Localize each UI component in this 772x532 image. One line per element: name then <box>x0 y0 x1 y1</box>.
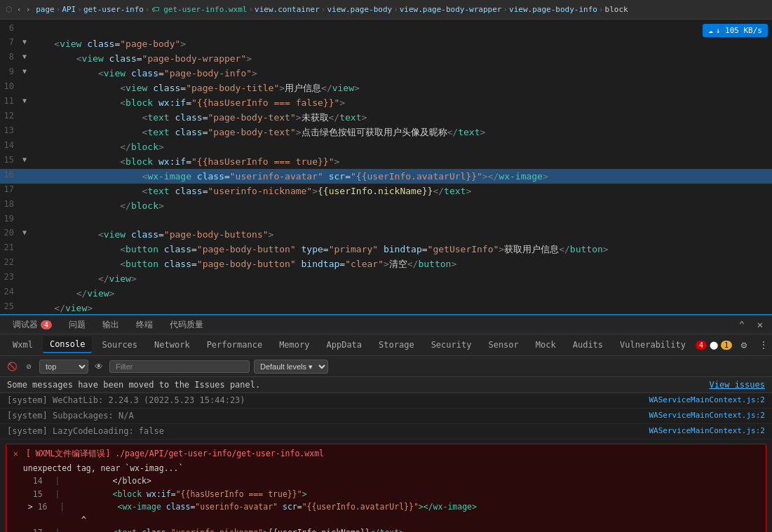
info-message-text: Some messages have been moved to the Iss… <box>7 380 260 390</box>
code-line: 15 <block wx:if="{{hasUserInfo === true}… <box>0 154 772 169</box>
settings-icon[interactable]: ⚙ <box>736 337 752 353</box>
tab-wxml[interactable]: Wxml <box>6 337 40 353</box>
breadcrumb: ⬡ ‹ › page › API › get-user-info › 🏷 get… <box>0 0 772 20</box>
code-line: 7 <view class="page-body"> <box>0 36 772 51</box>
code-line: 17 <text class="userinfo-nickname">{{use… <box>0 184 772 198</box>
breadcrumb-item[interactable]: view.page-body <box>327 5 392 14</box>
breadcrumb-item[interactable]: view.page-body-info <box>509 5 597 14</box>
log-text: [system] Subpackages: N/A <box>7 411 640 421</box>
log-source-link[interactable]: WAServiceMainContext.js:2 <box>649 426 765 435</box>
tab-issues[interactable]: 问题 <box>60 316 94 335</box>
tab-audits[interactable]: Audits <box>566 337 610 353</box>
tabbar-right-controls: 4 ⬤ 1 ⚙ ⋮ <box>696 337 771 353</box>
log-levels-selector[interactable]: Default levels ▾ <box>254 360 328 374</box>
code-line: 6 <box>0 22 772 36</box>
debugger-error-badge: 4 <box>41 320 52 329</box>
error-block: ✕ [ WXML文件编译错误] ./page/API/get-user-info… <box>6 444 766 532</box>
view-issues-link[interactable]: View issues <box>710 380 765 390</box>
console-tabbar: Wxml Console Sources Network Performance… <box>0 334 772 356</box>
breadcrumb-item[interactable]: page <box>36 5 55 14</box>
clear-console-icon[interactable]: 🚫 <box>6 360 18 373</box>
filter-input[interactable] <box>109 360 250 373</box>
tab-network[interactable]: Network <box>147 337 197 353</box>
breadcrumb-item[interactable]: view.container <box>255 5 320 14</box>
tab-memory[interactable]: Memory <box>272 337 316 353</box>
tab-sensor[interactable]: Sensor <box>481 337 525 353</box>
breadcrumb-item: block <box>605 5 628 14</box>
code-line: 25 </view> <box>0 301 772 314</box>
warning-count-badge: 1 <box>721 341 732 350</box>
console-toolbar: 🚫 ⊘ top 👁 Default levels ▾ <box>0 356 772 377</box>
console-log-panel: [system] WeChatLib: 2.24.3 (2022.5.23 15… <box>0 393 772 532</box>
eye-icon[interactable]: 👁 <box>93 360 105 373</box>
log-text: [system] WeChatLib: 2.24.3 (2022.5.23 15… <box>7 395 640 405</box>
tab-performance[interactable]: Performance <box>200 337 269 353</box>
code-line: 12 <text class="page-body-text">未获取</tex… <box>0 110 772 125</box>
tab-security[interactable]: Security <box>424 337 479 353</box>
code-line: 8 <view class="page-body-wrapper"> <box>0 51 772 66</box>
download-badge: ☁ ↓ 105 KB/s <box>703 24 768 37</box>
code-line: 24 </view> <box>0 286 772 301</box>
tab-storage[interactable]: Storage <box>372 337 421 353</box>
code-line: 11 <block wx:if="{{hasUserInfo === false… <box>0 95 772 110</box>
more-options-icon[interactable]: ⋮ <box>756 337 771 353</box>
debug-tabbar: 调试器 4 问题 输出 终端 代码质量 ⌃ ✕ <box>0 314 772 334</box>
code-line: 21 <button class="page-body-button" type… <box>0 242 772 257</box>
breadcrumb-item[interactable]: view.page-body-wrapper <box>400 5 502 14</box>
tab-output[interactable]: 输出 <box>94 316 128 335</box>
code-line: 18 </block> <box>0 198 772 213</box>
devtools-panel: 调试器 4 问题 输出 终端 代码质量 ⌃ ✕ Wxml Console Sou… <box>0 314 772 532</box>
tab-sources[interactable]: Sources <box>95 337 144 353</box>
code-line: 20 <view class="page-body-buttons"> <box>0 227 772 242</box>
code-line: 23 </view> <box>0 271 772 286</box>
code-line: 9 <view class="page-body-info"> <box>0 66 772 81</box>
code-line: 22 <button class="page-body-button" bind… <box>0 257 772 271</box>
devtools-close-controls: ⌃ ✕ <box>734 317 768 332</box>
log-entry: [system] LazyCodeLoading: false WAServic… <box>0 424 772 439</box>
log-entry: [system] Subpackages: N/A WAServiceMainC… <box>0 409 772 424</box>
cloud-icon: ☁ <box>708 26 713 35</box>
tab-debugger[interactable]: 调试器 4 <box>4 316 60 335</box>
log-source-link[interactable]: WAServiceMainContext.js:2 <box>649 411 765 420</box>
error-code-block: unexpected tag, near `wx-imag...` 14| </… <box>13 462 759 532</box>
info-message-bar: Some messages have been moved to the Iss… <box>0 377 772 393</box>
tab-terminal[interactable]: 终端 <box>128 316 161 335</box>
error-header: ✕ [ WXML文件编译错误] ./page/API/get-user-info… <box>13 449 759 459</box>
code-line: 19 <box>0 213 772 227</box>
code-editor: ☁ ↓ 105 KB/s 6 7 <view class="page-body"… <box>0 20 772 314</box>
filter-icon[interactable]: ⊘ <box>22 360 35 373</box>
log-entry: [system] WeChatLib: 2.24.3 (2022.5.23 15… <box>0 393 772 409</box>
tab-mock[interactable]: Mock <box>529 337 563 353</box>
breadcrumb-arrow-forward[interactable]: › <box>26 5 31 14</box>
log-text: [system] LazyCodeLoading: false <box>7 426 640 436</box>
code-line-highlighted: 16 <wx-image class="userinfo-avatar" scr… <box>0 169 772 184</box>
breadcrumb-icon: ⬡ <box>6 5 13 14</box>
code-line: 13 <text class="page-body-text">点击绿色按钮可获… <box>0 125 772 139</box>
tab-appdata[interactable]: AppData <box>319 337 369 353</box>
error-count-badge: 4 <box>696 341 707 350</box>
breadcrumb-item[interactable]: 🏷 get-user-info.wxml <box>151 5 248 14</box>
tab-code-quality[interactable]: 代码质量 <box>161 316 212 335</box>
error-indicator-icon: ✕ <box>13 449 18 458</box>
context-selector[interactable]: top <box>39 360 88 374</box>
close-panel-button[interactable]: ✕ <box>752 317 768 332</box>
tab-console[interactable]: Console <box>43 336 93 353</box>
minimize-panel-button[interactable]: ⌃ <box>734 317 750 332</box>
breadcrumb-item[interactable]: API <box>62 5 76 14</box>
code-line: 10 <view class="page-body-title">用户信息</v… <box>0 81 772 95</box>
code-lines: 6 7 <view class="page-body"> 8 <view cla… <box>0 20 772 314</box>
log-source-link[interactable]: WAServiceMainContext.js:2 <box>649 395 765 404</box>
tab-vulnerability[interactable]: Vulnerability <box>613 337 693 353</box>
breadcrumb-arrow-back[interactable]: ‹ <box>17 5 22 14</box>
code-line: 14 </block> <box>0 139 772 154</box>
breadcrumb-item[interactable]: get-user-info <box>83 5 144 14</box>
